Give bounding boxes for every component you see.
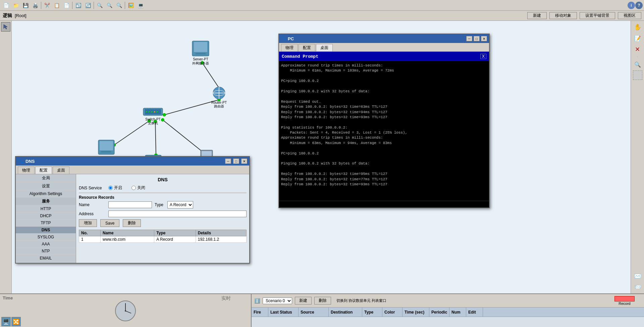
dns-left-ntp[interactable]: NTP xyxy=(16,248,76,255)
scenario-new-btn[interactable]: 新建 xyxy=(295,297,312,305)
dns-radio-off[interactable]: 关闭 xyxy=(131,185,145,191)
add-simple-pdu[interactable]: ✉️ xyxy=(633,271,643,281)
toolbar-copy[interactable]: 📋 xyxy=(52,1,61,10)
toolbar-cut[interactable]: ✂️ xyxy=(42,1,52,10)
zoom-tool[interactable]: 🔍 xyxy=(633,59,643,69)
pc-tab-desktop[interactable]: 桌面 xyxy=(316,44,333,51)
resize-tool[interactable] xyxy=(633,71,642,80)
dns-tab-desktop[interactable]: 桌面 xyxy=(53,167,69,174)
svg-text:Server-PT: Server-PT xyxy=(193,57,208,61)
records-label: Resource Records xyxy=(79,195,247,200)
svg-rect-36 xyxy=(100,141,113,150)
dns-left-global[interactable]: 全局 xyxy=(16,174,76,182)
info-icon[interactable]: i xyxy=(628,2,635,9)
cmd-content[interactable]: Approximate round trip times in milli-se… xyxy=(279,61,489,201)
table-row[interactable]: 1 www.nb.com A Record 192.168.1.2 xyxy=(79,236,247,243)
dns-name-label: Name xyxy=(79,202,106,207)
dns-col-name: Name xyxy=(101,230,154,236)
svg-line-9 xyxy=(155,122,156,155)
help-icon[interactable]: ? xyxy=(635,2,643,9)
toolbar-open[interactable]: 📁 xyxy=(11,1,20,10)
dns-left-email[interactable]: EMAIL xyxy=(16,255,76,262)
dns-left-algorithm[interactable]: Algorithm Settings xyxy=(16,190,76,197)
dns-minimize[interactable]: ─ xyxy=(225,158,231,164)
svg-point-29 xyxy=(149,111,150,112)
add-complex-pdu[interactable]: 📨 xyxy=(633,282,643,292)
dns-maximize[interactable]: □ xyxy=(233,158,239,164)
dns-left-service: 服务 xyxy=(16,197,76,205)
node-server-wan[interactable]: Server-PT 外网服务器 xyxy=(192,41,209,65)
device-icon-1[interactable]: 🖥️ xyxy=(1,317,11,326)
right-panel: ✋ 📝 ✕ 🔍 ✉️ 📨 xyxy=(631,21,644,293)
scenario-toggle-btn[interactable]: 切换到 协议数据单元 列表窗口 xyxy=(336,298,386,303)
svg-line-6 xyxy=(114,121,149,145)
cmd-close-btn[interactable]: X xyxy=(480,54,486,59)
dns-close[interactable]: ✕ xyxy=(241,158,247,164)
delete-tool[interactable]: ✕ xyxy=(633,44,643,54)
toolbar-palette[interactable]: 🖼️ xyxy=(126,1,136,10)
dns-type-select[interactable]: A Record xyxy=(167,201,193,208)
node-router[interactable]: Router-PT 路由器 xyxy=(211,87,227,108)
pc-tab-physics[interactable]: 物理 xyxy=(281,44,298,51)
new-btn[interactable]: 新建 xyxy=(527,12,547,19)
dns-left-dns[interactable]: DNS xyxy=(16,227,76,234)
toolbar-terminal[interactable]: 💻 xyxy=(136,1,145,10)
dns-left-settings[interactable]: 设置 xyxy=(16,182,76,190)
pc-maximize[interactable]: □ xyxy=(474,36,480,41)
move-btn[interactable]: 移动对象 xyxy=(549,12,577,19)
left-panel xyxy=(0,21,12,293)
dns-type-label: Type xyxy=(155,202,165,207)
toolbar-save[interactable]: 💾 xyxy=(21,1,30,10)
svg-point-32 xyxy=(157,111,158,112)
dns-left-http[interactable]: HTTP xyxy=(16,205,76,213)
dns-tab-physics[interactable]: 物理 xyxy=(18,167,35,174)
svg-rect-27 xyxy=(145,109,161,114)
dns-left-tftp[interactable]: TFTP xyxy=(16,220,76,227)
record-bar[interactable] xyxy=(614,296,635,301)
dns-row-type: A Record xyxy=(154,236,196,243)
svg-rect-16 xyxy=(194,42,207,52)
cmd-input-area[interactable] xyxy=(279,201,489,207)
dns-left-syslog[interactable]: SYSLOG xyxy=(16,234,76,241)
realtime-label: 实时 xyxy=(221,295,231,301)
view-btn[interactable]: 视图区 xyxy=(618,12,641,19)
hand-tool[interactable]: ✋ xyxy=(633,22,643,32)
dns-radio-on[interactable]: 开启 xyxy=(108,185,122,191)
dns-tab-config[interactable]: 配置 xyxy=(35,167,52,174)
dns-delete-btn[interactable]: 删除 xyxy=(123,219,141,227)
dns-address-input[interactable] xyxy=(108,211,247,217)
device-icon-2[interactable]: 🔀 xyxy=(11,317,21,326)
dns-add-btn[interactable]: 增加 xyxy=(79,219,97,227)
dns-left-dhcp[interactable]: DHCP xyxy=(16,213,76,220)
select-tool[interactable] xyxy=(1,22,10,32)
toolbar-redo[interactable]: ↪️ xyxy=(83,1,93,10)
toolbar-paste[interactable]: 📄 xyxy=(62,1,71,10)
toolbar-zoom-in[interactable]: 🔍 xyxy=(114,1,124,10)
dns-col-no: No. xyxy=(79,230,101,236)
node-switch[interactable]: Switch-PT 交换机 xyxy=(143,108,163,125)
pc-body: Command Prompt X Approximate round trip … xyxy=(279,52,489,207)
dns-radio-on-input[interactable] xyxy=(108,186,113,190)
background-btn[interactable]: 设置平铺背景 xyxy=(580,12,615,19)
dns-left-ftp[interactable]: FTP xyxy=(16,262,76,263)
dns-left-aaa[interactable]: AAA xyxy=(16,241,76,248)
toolbar-new[interactable]: 📄 xyxy=(1,1,11,10)
note-tool[interactable]: 📝 xyxy=(633,33,643,43)
toolbar-zoom-reset[interactable]: 🔍 xyxy=(105,1,114,10)
scenario-delete-btn[interactable]: 删除 xyxy=(314,297,331,305)
dns-save-btn[interactable]: Save xyxy=(100,219,119,227)
pc-tab-config[interactable]: 配置 xyxy=(299,44,315,51)
dns-name-input[interactable] xyxy=(108,201,152,208)
dns-main-title: DNS xyxy=(79,177,247,182)
dns-row-name: www.nb.com xyxy=(101,236,154,243)
svg-text:路由器: 路由器 xyxy=(214,104,224,108)
toolbar-zoom-out[interactable]: 🔍 xyxy=(95,1,104,10)
svg-text:外网服务器: 外网服务器 xyxy=(192,61,209,65)
dns-radio-off-input[interactable] xyxy=(131,186,136,190)
toolbar-print[interactable]: 🖨️ xyxy=(31,1,40,10)
toolbar-undo[interactable]: ↩️ xyxy=(73,1,83,10)
pc-close[interactable]: ✕ xyxy=(481,36,487,41)
dns-row-details: 192.168.1.2 xyxy=(196,236,246,243)
scenario-select[interactable]: Scenario 0 xyxy=(263,297,292,304)
pc-minimize[interactable]: ─ xyxy=(466,36,472,41)
